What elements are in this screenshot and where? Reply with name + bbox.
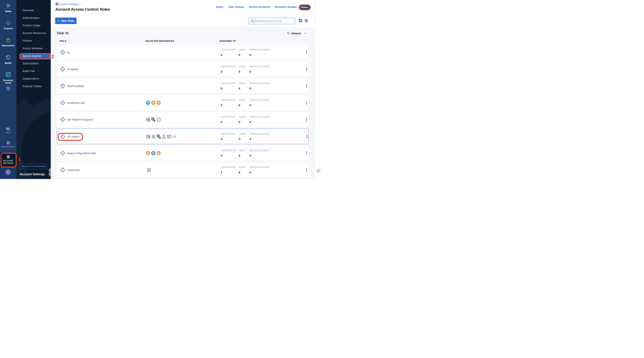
- svg-text:?: ?: [7, 128, 8, 130]
